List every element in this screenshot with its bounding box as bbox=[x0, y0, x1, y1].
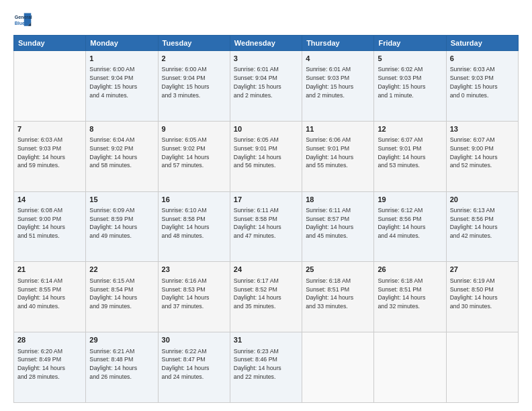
header: General Blue bbox=[13, 11, 519, 30]
calendar-day-empty bbox=[446, 332, 518, 403]
day-number: 3 bbox=[234, 54, 298, 64]
day-number: 13 bbox=[450, 124, 515, 134]
calendar-day-13: 13Sunrise: 6:07 AM Sunset: 9:00 PM Dayli… bbox=[446, 121, 518, 191]
calendar-week-row: 21Sunrise: 6:14 AM Sunset: 8:55 PM Dayli… bbox=[14, 262, 519, 332]
calendar-day-10: 10Sunrise: 6:05 AM Sunset: 9:01 PM Dayli… bbox=[230, 121, 302, 191]
day-number: 11 bbox=[306, 124, 370, 134]
weekday-header-friday: Friday bbox=[374, 36, 446, 51]
calendar-day-30: 30Sunrise: 6:22 AM Sunset: 8:47 PM Dayli… bbox=[158, 332, 230, 403]
calendar-day-24: 24Sunrise: 6:17 AM Sunset: 8:52 PM Dayli… bbox=[230, 262, 302, 332]
day-number: 18 bbox=[306, 195, 370, 205]
calendar-day-2: 2Sunrise: 6:00 AM Sunset: 9:04 PM Daylig… bbox=[158, 51, 230, 122]
day-info: Sunrise: 6:18 AM Sunset: 8:51 PM Dayligh… bbox=[378, 277, 442, 311]
day-number: 21 bbox=[17, 265, 82, 275]
weekday-header-wednesday: Wednesday bbox=[230, 36, 302, 51]
calendar-day-4: 4Sunrise: 6:01 AM Sunset: 9:03 PM Daylig… bbox=[302, 51, 374, 122]
day-info: Sunrise: 6:02 AM Sunset: 9:03 PM Dayligh… bbox=[378, 65, 442, 99]
calendar-week-row: 14Sunrise: 6:08 AM Sunset: 9:00 PM Dayli… bbox=[14, 191, 519, 262]
calendar-table: SundayMondayTuesdayWednesdayThursdayFrid… bbox=[13, 35, 519, 403]
calendar-week-row: 28Sunrise: 6:20 AM Sunset: 8:49 PM Dayli… bbox=[14, 332, 519, 403]
day-number: 16 bbox=[162, 195, 226, 205]
calendar-day-26: 26Sunrise: 6:18 AM Sunset: 8:51 PM Dayli… bbox=[374, 262, 446, 332]
calendar-week-row: 1Sunrise: 6:00 AM Sunset: 9:04 PM Daylig… bbox=[14, 51, 519, 122]
calendar-day-9: 9Sunrise: 6:05 AM Sunset: 9:02 PM Daylig… bbox=[158, 121, 230, 191]
day-number: 15 bbox=[89, 195, 154, 205]
day-info: Sunrise: 6:13 AM Sunset: 8:56 PM Dayligh… bbox=[450, 206, 515, 240]
day-number: 7 bbox=[17, 124, 82, 134]
calendar-day-21: 21Sunrise: 6:14 AM Sunset: 8:55 PM Dayli… bbox=[14, 262, 86, 332]
calendar-day-23: 23Sunrise: 6:16 AM Sunset: 8:53 PM Dayli… bbox=[158, 262, 230, 332]
day-info: Sunrise: 6:22 AM Sunset: 8:47 PM Dayligh… bbox=[162, 347, 226, 381]
day-info: Sunrise: 6:07 AM Sunset: 9:01 PM Dayligh… bbox=[378, 136, 442, 170]
day-info: Sunrise: 6:08 AM Sunset: 9:00 PM Dayligh… bbox=[17, 206, 82, 240]
calendar-day-empty bbox=[374, 332, 446, 403]
day-info: Sunrise: 6:17 AM Sunset: 8:52 PM Dayligh… bbox=[234, 277, 298, 311]
calendar-day-12: 12Sunrise: 6:07 AM Sunset: 9:01 PM Dayli… bbox=[374, 121, 446, 191]
calendar-day-empty bbox=[302, 332, 374, 403]
day-info: Sunrise: 6:05 AM Sunset: 9:01 PM Dayligh… bbox=[234, 136, 298, 170]
day-number: 5 bbox=[378, 54, 442, 64]
calendar-day-14: 14Sunrise: 6:08 AM Sunset: 9:00 PM Dayli… bbox=[14, 191, 86, 262]
calendar-day-27: 27Sunrise: 6:19 AM Sunset: 8:50 PM Dayli… bbox=[446, 262, 518, 332]
day-number: 17 bbox=[234, 195, 298, 205]
day-number: 29 bbox=[89, 335, 154, 345]
day-number: 31 bbox=[234, 335, 298, 345]
page: General Blue SundayMondayTuesdayWednesda… bbox=[0, 0, 532, 411]
day-info: Sunrise: 6:06 AM Sunset: 9:01 PM Dayligh… bbox=[306, 136, 370, 170]
day-info: Sunrise: 6:05 AM Sunset: 9:02 PM Dayligh… bbox=[162, 136, 226, 170]
calendar-day-3: 3Sunrise: 6:01 AM Sunset: 9:04 PM Daylig… bbox=[230, 51, 302, 122]
day-info: Sunrise: 6:11 AM Sunset: 8:57 PM Dayligh… bbox=[306, 206, 370, 240]
day-number: 25 bbox=[306, 265, 370, 275]
calendar-day-1: 1Sunrise: 6:00 AM Sunset: 9:04 PM Daylig… bbox=[86, 51, 158, 122]
day-info: Sunrise: 6:01 AM Sunset: 9:04 PM Dayligh… bbox=[234, 65, 298, 99]
day-number: 22 bbox=[89, 265, 154, 275]
day-number: 14 bbox=[17, 195, 82, 205]
day-info: Sunrise: 6:03 AM Sunset: 9:03 PM Dayligh… bbox=[450, 65, 515, 99]
calendar-day-19: 19Sunrise: 6:12 AM Sunset: 8:56 PM Dayli… bbox=[374, 191, 446, 262]
day-info: Sunrise: 6:09 AM Sunset: 8:59 PM Dayligh… bbox=[89, 206, 154, 240]
day-number: 9 bbox=[162, 124, 226, 134]
day-info: Sunrise: 6:18 AM Sunset: 8:51 PM Dayligh… bbox=[306, 277, 370, 311]
calendar-day-31: 31Sunrise: 6:23 AM Sunset: 8:46 PM Dayli… bbox=[230, 332, 302, 403]
weekday-header-saturday: Saturday bbox=[446, 36, 518, 51]
weekday-header-sunday: Sunday bbox=[14, 36, 86, 51]
day-info: Sunrise: 6:12 AM Sunset: 8:56 PM Dayligh… bbox=[378, 206, 442, 240]
day-number: 6 bbox=[450, 54, 515, 64]
weekday-header-monday: Monday bbox=[86, 36, 158, 51]
weekday-header-thursday: Thursday bbox=[302, 36, 374, 51]
svg-text:Blue: Blue bbox=[15, 21, 25, 26]
generalblue-logo-icon: General Blue bbox=[13, 11, 32, 30]
day-info: Sunrise: 6:04 AM Sunset: 9:02 PM Dayligh… bbox=[89, 136, 154, 170]
day-info: Sunrise: 6:19 AM Sunset: 8:50 PM Dayligh… bbox=[450, 277, 515, 311]
calendar-day-6: 6Sunrise: 6:03 AM Sunset: 9:03 PM Daylig… bbox=[446, 51, 518, 122]
day-number: 10 bbox=[234, 124, 298, 134]
day-number: 20 bbox=[450, 195, 515, 205]
weekday-header-row: SundayMondayTuesdayWednesdayThursdayFrid… bbox=[14, 36, 519, 51]
calendar-day-22: 22Sunrise: 6:15 AM Sunset: 8:54 PM Dayli… bbox=[86, 262, 158, 332]
day-info: Sunrise: 6:15 AM Sunset: 8:54 PM Dayligh… bbox=[89, 277, 154, 311]
logo: General Blue bbox=[13, 11, 32, 30]
day-info: Sunrise: 6:20 AM Sunset: 8:49 PM Dayligh… bbox=[17, 347, 82, 381]
calendar-day-16: 16Sunrise: 6:10 AM Sunset: 8:58 PM Dayli… bbox=[158, 191, 230, 262]
day-number: 28 bbox=[17, 335, 82, 345]
day-info: Sunrise: 6:07 AM Sunset: 9:00 PM Dayligh… bbox=[450, 136, 515, 170]
calendar-day-empty bbox=[14, 51, 86, 122]
day-number: 27 bbox=[450, 265, 515, 275]
day-number: 26 bbox=[378, 265, 442, 275]
day-info: Sunrise: 6:16 AM Sunset: 8:53 PM Dayligh… bbox=[162, 277, 226, 311]
day-info: Sunrise: 6:00 AM Sunset: 9:04 PM Dayligh… bbox=[162, 65, 226, 99]
calendar-day-17: 17Sunrise: 6:11 AM Sunset: 8:58 PM Dayli… bbox=[230, 191, 302, 262]
calendar-day-20: 20Sunrise: 6:13 AM Sunset: 8:56 PM Dayli… bbox=[446, 191, 518, 262]
calendar-week-row: 7Sunrise: 6:03 AM Sunset: 9:03 PM Daylig… bbox=[14, 121, 519, 191]
day-info: Sunrise: 6:00 AM Sunset: 9:04 PM Dayligh… bbox=[89, 65, 154, 99]
day-number: 2 bbox=[162, 54, 226, 64]
calendar-day-7: 7Sunrise: 6:03 AM Sunset: 9:03 PM Daylig… bbox=[14, 121, 86, 191]
calendar-day-25: 25Sunrise: 6:18 AM Sunset: 8:51 PM Dayli… bbox=[302, 262, 374, 332]
day-info: Sunrise: 6:11 AM Sunset: 8:58 PM Dayligh… bbox=[234, 206, 298, 240]
calendar-day-5: 5Sunrise: 6:02 AM Sunset: 9:03 PM Daylig… bbox=[374, 51, 446, 122]
day-number: 19 bbox=[378, 195, 442, 205]
day-info: Sunrise: 6:21 AM Sunset: 8:48 PM Dayligh… bbox=[89, 347, 154, 381]
day-info: Sunrise: 6:10 AM Sunset: 8:58 PM Dayligh… bbox=[162, 206, 226, 240]
calendar-day-29: 29Sunrise: 6:21 AM Sunset: 8:48 PM Dayli… bbox=[86, 332, 158, 403]
day-number: 8 bbox=[89, 124, 154, 134]
